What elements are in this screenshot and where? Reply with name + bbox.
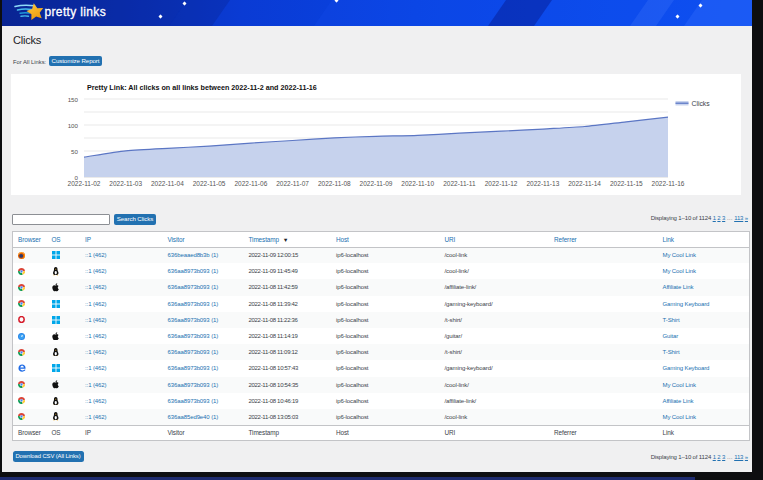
svg-text:2022-11-03: 2022-11-03 bbox=[109, 180, 142, 187]
svg-text:2022-11-09: 2022-11-09 bbox=[360, 180, 393, 187]
svg-text:100: 100 bbox=[68, 122, 79, 129]
svg-text:2022-11-10: 2022-11-10 bbox=[401, 180, 434, 187]
svg-text:2022-11-04: 2022-11-04 bbox=[151, 180, 184, 187]
svg-text:2022-11-12: 2022-11-12 bbox=[485, 180, 518, 187]
svg-text:Clicks: Clicks bbox=[692, 100, 711, 107]
svg-text:Pretty Link: All clicks on all: Pretty Link: All clicks on all links bet… bbox=[87, 83, 317, 92]
svg-text:2022-11-08: 2022-11-08 bbox=[318, 180, 351, 187]
svg-text:2022-11-05: 2022-11-05 bbox=[193, 180, 226, 187]
svg-text:50: 50 bbox=[71, 148, 78, 155]
svg-text:2022-11-11: 2022-11-11 bbox=[443, 180, 476, 187]
svg-text:2022-11-13: 2022-11-13 bbox=[527, 180, 560, 187]
svg-text:2022-11-07: 2022-11-07 bbox=[276, 180, 309, 187]
svg-text:2022-11-14: 2022-11-14 bbox=[568, 180, 601, 187]
svg-text:150: 150 bbox=[68, 96, 79, 103]
svg-text:2022-11-02: 2022-11-02 bbox=[68, 180, 101, 187]
svg-text:2022-11-16: 2022-11-16 bbox=[652, 180, 685, 187]
svg-text:2022-11-15: 2022-11-15 bbox=[610, 180, 643, 187]
svg-text:2022-11-06: 2022-11-06 bbox=[235, 180, 268, 187]
